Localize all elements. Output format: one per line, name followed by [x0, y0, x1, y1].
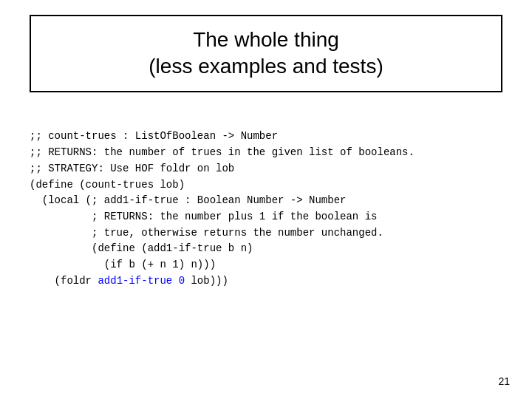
- code-line5: (local (; add1-if-true : Boolean Number …: [30, 194, 346, 206]
- title-line1: The whole thing: [193, 28, 339, 51]
- slide: The whole thing (less examples and tests…: [0, 0, 532, 399]
- code-line3: ;; STRATEGY: Use HOF foldr on lob: [30, 163, 234, 174]
- code-line8: (define (add1-if-true b n): [30, 242, 253, 254]
- page-number: 21: [498, 375, 510, 387]
- code-zero-ref: 0: [179, 275, 185, 287]
- code-line6: ; RETURNS: the number plus 1 if the bool…: [30, 211, 377, 222]
- code-line4: (define (count-trues lob): [30, 179, 185, 191]
- code-line1: ;; count-trues : ListOfBoolean -> Number: [30, 130, 278, 142]
- code-add1-ref: add1-if-true: [98, 275, 172, 287]
- code-line9: (if b (+ n 1) n))): [30, 259, 216, 270]
- title-line2: (less examples and tests): [149, 55, 383, 78]
- code-line7: ; true, otherwise returns the number unc…: [30, 227, 383, 239]
- code-block: ;; count-trues : ListOfBoolean -> Number…: [30, 113, 510, 290]
- title-box: The whole thing (less examples and tests…: [30, 15, 502, 92]
- slide-title: The whole thing (less examples and tests…: [46, 27, 486, 81]
- code-line2: ;; RETURNS: the number of trues in the g…: [30, 146, 415, 158]
